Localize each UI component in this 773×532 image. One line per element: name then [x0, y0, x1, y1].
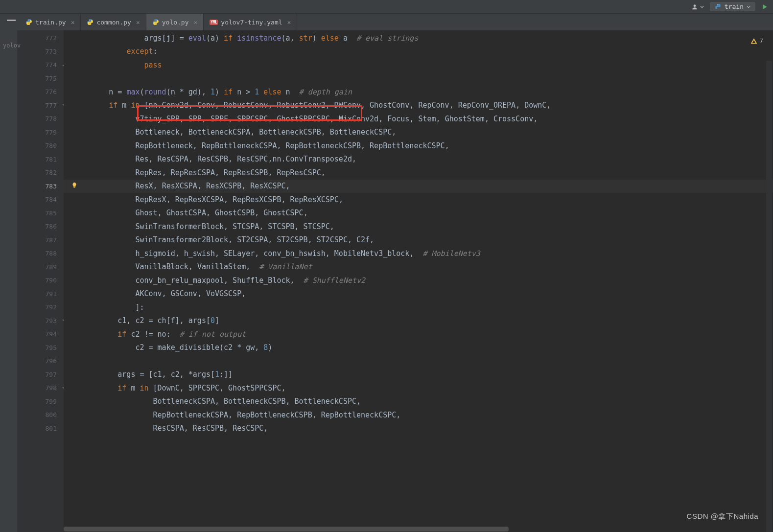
gutter-line[interactable]: 795: [17, 341, 64, 355]
left-tool-rail[interactable]: yolov: [0, 30, 17, 532]
code-line[interactable]: RepBottleneck, RepBottleneckCSPA, RepBot…: [64, 139, 773, 153]
gutter-line[interactable]: 781: [17, 153, 64, 166]
token: ): [312, 34, 321, 43]
token: ,: [158, 208, 166, 217]
code-line[interactable]: BottleneckCSPA, BottleneckCSPB, Bottlene…: [64, 395, 773, 409]
editor: yolov 7727737747757767777787797807817827…: [0, 30, 773, 532]
gutter-line[interactable]: 799: [17, 395, 64, 409]
token: RepBottleneckCSPC: [370, 141, 445, 150]
gutter-line[interactable]: 775: [17, 72, 64, 86]
gutter-line[interactable]: 785: [17, 207, 64, 220]
code-line[interactable]: VanillaBlock, VanillaStem, # VanillaNet: [64, 260, 773, 274]
tab-yolo-py[interactable]: yolo.py×: [146, 14, 204, 30]
gutter-line[interactable]: 779: [17, 126, 64, 139]
minimize-icon[interactable]: [7, 20, 16, 21]
code-line[interactable]: c2 = make_divisible(c2 * gw, 8): [64, 341, 773, 355]
token: ,: [180, 316, 188, 325]
gutter-line[interactable]: 772: [17, 31, 64, 45]
code-line[interactable]: args[j] = eval(a) if isinstance(a, str) …: [64, 31, 773, 45]
gutter-line[interactable]: 782: [17, 166, 64, 180]
code-line[interactable]: RepResX, RepResXCSPA, RepResXCSPB, RepRe…: [64, 193, 773, 207]
gutter-line[interactable]: 797: [17, 368, 64, 382]
gutter-line[interactable]: 773: [17, 45, 64, 59]
code-line[interactable]: AKConv, GSConv, VoVGSCSP,: [64, 287, 773, 301]
gutter-line[interactable]: 796: [17, 354, 64, 368]
gutter-line[interactable]: 783: [17, 180, 64, 193]
code-line[interactable]: [64, 354, 773, 368]
gutter-line[interactable]: 801: [17, 422, 64, 436]
gutter-line[interactable]: 800: [17, 408, 64, 422]
gutter-line[interactable]: 788: [17, 247, 64, 260]
code-line[interactable]: args = [c1, c2, *args[1:]]: [64, 368, 773, 382]
close-icon[interactable]: ×: [71, 19, 75, 26]
close-icon[interactable]: ×: [287, 19, 291, 26]
gutter-line[interactable]: 777: [17, 99, 64, 113]
token: MixConv2d: [339, 115, 378, 123]
token: ,: [215, 249, 224, 258]
tab-label: yolo.py: [162, 19, 189, 26]
token: isinstance: [237, 34, 281, 43]
gutter-line[interactable]: 792: [17, 301, 64, 314]
horizontal-scrollbar[interactable]: [64, 526, 749, 532]
code-line[interactable]: ]:: [64, 301, 773, 314]
code-line[interactable]: except:: [64, 45, 773, 59]
gutter-line[interactable]: 790: [17, 274, 64, 287]
tab-yolov7-tiny-yaml[interactable]: YMLyolov7-tiny.yaml×: [204, 14, 297, 30]
code-line[interactable]: [64, 72, 773, 86]
token: BottleneckCSPB: [224, 397, 285, 406]
run-config-selector[interactable]: train: [710, 2, 755, 11]
code-line[interactable]: if m in [nn.Conv2d, Conv, RobustConv, Ro…: [64, 99, 773, 113]
code-line[interactable]: RepRes, RepResCSPA, RepResCSPB, RepResCS…: [64, 166, 773, 180]
tab-common-py[interactable]: common.py×: [81, 14, 146, 30]
gutter-line[interactable]: 784: [17, 193, 64, 207]
code-line[interactable]: Res, ResCSPA, ResCSPB, ResCSPC,nn.ConvTr…: [64, 153, 773, 166]
gutter-line[interactable]: 794: [17, 327, 64, 341]
code-line[interactable]: n = max(round(n * gd), 1) if n > 1 else …: [64, 85, 773, 99]
gutter-line[interactable]: 776: [17, 85, 64, 99]
token: conv_bn_hswish: [263, 249, 325, 258]
scrollbar-thumb[interactable]: [64, 527, 509, 532]
close-icon[interactable]: ×: [136, 19, 140, 26]
inspection-badge[interactable]: 7: [750, 37, 763, 45]
gutter[interactable]: 7727737747757767777787797807817827837847…: [17, 30, 64, 532]
code-line[interactable]: if m in [DownC, SPPCSPC, GhostSPPCSPC,: [64, 381, 773, 395]
gutter-line[interactable]: 780: [17, 139, 64, 153]
code-line[interactable]: conv_bn_relu_maxpool, Shuffle_Block, # S…: [64, 274, 773, 287]
gutter-line[interactable]: 789: [17, 260, 64, 274]
token: :: [153, 47, 158, 56]
gutter-line[interactable]: 798: [17, 381, 64, 395]
code-line[interactable]: Bottleneck, BottleneckCSPA, BottleneckCS…: [64, 126, 773, 139]
code-line[interactable]: if c2 != no: # if not output: [64, 327, 773, 341]
code-line[interactable]: SwinTransformer2Block, ST2CSPA, ST2CSPB,…: [64, 233, 773, 247]
code-line[interactable]: pass: [64, 58, 773, 72]
gutter-line[interactable]: 774: [17, 58, 64, 72]
code-line[interactable]: h_sigmoid, h_swish, SELayer, conv_bn_hsw…: [64, 247, 773, 260]
token: in: [140, 384, 148, 393]
code-line[interactable]: c1, c2 = ch[f], args[0]: [64, 314, 773, 328]
code-line[interactable]: v7tiny_SPP, SPP, SPPF, SPPCSPC, GhostSPP…: [64, 112, 773, 126]
code-line[interactable]: SwinTransformerBlock, STCSPA, STCSPB, ST…: [64, 220, 773, 233]
code-area[interactable]: args[j] = eval(a) if isinstance(a, str) …: [64, 30, 773, 532]
token: RepConv: [418, 101, 449, 110]
gutter-line[interactable]: 787: [17, 233, 64, 247]
token: ,: [255, 249, 263, 258]
gutter-line[interactable]: 793: [17, 314, 64, 328]
gutter-line[interactable]: 786: [17, 220, 64, 233]
error-stripe[interactable]: [766, 61, 772, 532]
code-line[interactable]: RepBottleneckCSPA, RepBottleneckCSPB, Re…: [64, 408, 773, 422]
intention-bulb-icon[interactable]: [71, 182, 78, 190]
token: 1: [215, 370, 219, 379]
close-icon[interactable]: ×: [194, 19, 198, 26]
user-menu[interactable]: [691, 3, 704, 10]
gutter-line[interactable]: 791: [17, 287, 64, 301]
token: ,: [202, 115, 211, 123]
token: RepBottleneckCSPB: [237, 411, 312, 419]
code-line[interactable]: Ghost, GhostCSPA, GhostCSPB, GhostCSPC,: [64, 207, 773, 220]
run-button[interactable]: [761, 3, 768, 10]
tab-train-py[interactable]: train.py×: [20, 14, 81, 30]
gutter-line[interactable]: 778: [17, 112, 64, 126]
code-line[interactable]: ResCSPA, ResCSPB, ResCSPC,: [64, 422, 773, 436]
token: max: [126, 88, 140, 96]
token: ,: [175, 249, 184, 258]
code-line[interactable]: ResX, ResXCSPA, ResXCSPB, ResXCSPC,: [64, 180, 773, 193]
